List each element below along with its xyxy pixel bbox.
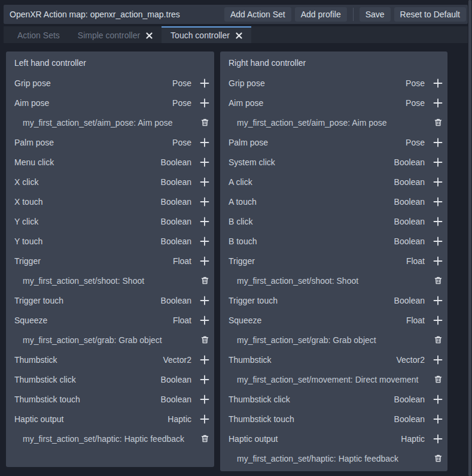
add-binding-button plus-icon[interactable] <box>432 412 444 426</box>
input-row: X clickBoolean <box>6 172 214 192</box>
close-icon[interactable] <box>146 32 153 39</box>
add-binding-button plus-icon[interactable] <box>432 234 444 248</box>
add-binding-button plus-icon[interactable] <box>199 372 211 387</box>
add-binding-button plus-icon[interactable] <box>432 432 444 446</box>
add-binding-button plus-icon[interactable] <box>199 175 211 189</box>
input-label: Squeeze <box>14 316 173 325</box>
input-label: Grip pose <box>229 78 406 88</box>
add-action-set-button[interactable]: Add Action Set <box>224 7 291 22</box>
delete-binding-button trash-icon[interactable] <box>432 451 444 466</box>
input-type: Pose <box>172 78 191 88</box>
add-profile-button[interactable]: Add profile <box>295 7 347 22</box>
add-binding-button plus-icon[interactable] <box>199 195 211 209</box>
add-binding-button plus-icon[interactable] <box>432 96 444 110</box>
input-label: Trigger <box>229 256 406 266</box>
input-row: TriggerFloat <box>220 251 447 271</box>
add-binding-button plus-icon[interactable] <box>432 214 444 229</box>
input-row: Trigger touchBoolean <box>220 290 447 310</box>
add-binding-button plus-icon[interactable] <box>432 76 444 90</box>
input-label: Trigger touch <box>229 296 394 305</box>
add-binding-button plus-icon[interactable] <box>199 234 211 248</box>
add-binding-button plus-icon[interactable] <box>199 392 211 407</box>
add-binding-button plus-icon[interactable] <box>199 135 211 150</box>
input-label: Thumbstick touch <box>229 414 394 424</box>
add-binding-button plus-icon[interactable] <box>199 254 211 268</box>
delete-binding-button trash-icon[interactable] <box>199 274 211 288</box>
reset-to-default-button[interactable]: Reset to Default <box>394 7 466 22</box>
tab-simple-controller[interactable]: Simple controller <box>69 26 162 43</box>
input-label: Y touch <box>14 237 161 246</box>
add-binding-button plus-icon[interactable] <box>432 313 444 328</box>
input-row: ThumbstickVector2 <box>220 350 447 369</box>
page-title: OpenXR Action map: openxr_action_map.tre… <box>10 10 180 19</box>
add-binding-button plus-icon[interactable] <box>199 96 211 110</box>
add-binding-button plus-icon[interactable] <box>432 195 444 209</box>
toolbar-separator <box>353 8 354 21</box>
input-row: B clickBoolean <box>220 211 447 231</box>
add-binding-button plus-icon[interactable] <box>432 155 444 169</box>
input-label: Y click <box>14 217 161 226</box>
add-binding-button plus-icon[interactable] <box>432 392 444 407</box>
input-type: Float <box>406 316 425 325</box>
tabbar: Action Sets Simple controller Touch cont… <box>4 26 468 43</box>
add-binding-button plus-icon[interactable] <box>432 135 444 150</box>
vertical-scrollbar[interactable] <box>468 0 471 476</box>
input-type: Haptic <box>168 414 191 424</box>
input-type: Boolean <box>161 197 191 207</box>
delete-binding-button trash-icon[interactable] <box>199 432 211 446</box>
input-type: Boolean <box>394 197 425 207</box>
add-binding-button plus-icon[interactable] <box>199 412 211 426</box>
add-binding-button plus-icon[interactable] <box>199 313 211 328</box>
input-row: Thumbstick touchBoolean <box>6 389 214 409</box>
binding-row: my_first_action_set/shoot: Shoot <box>6 271 214 290</box>
binding-row: my_first_action_set/aim_pose: Aim pose <box>220 113 447 132</box>
input-label: X click <box>14 177 161 187</box>
input-type: Vector2 <box>397 355 425 365</box>
input-row: Y touchBoolean <box>6 231 214 251</box>
input-label: Trigger touch <box>14 296 161 305</box>
input-label: Thumbstick touch <box>14 395 161 404</box>
binding-row: my_first_action_set/haptic: Haptic feedb… <box>220 448 447 468</box>
openxr-action-map-editor: OpenXR Action map: openxr_action_map.tre… <box>0 0 472 476</box>
add-binding-button plus-icon[interactable] <box>432 353 444 367</box>
delete-binding-button trash-icon[interactable] <box>432 372 444 387</box>
input-type: Boolean <box>394 395 425 404</box>
add-binding-button plus-icon[interactable] <box>199 353 211 367</box>
add-binding-button plus-icon[interactable] <box>432 175 444 189</box>
add-binding-button plus-icon[interactable] <box>199 214 211 229</box>
input-row: ThumbstickVector2 <box>6 350 214 369</box>
input-label: Aim pose <box>14 98 172 108</box>
delete-binding-button trash-icon[interactable] <box>199 333 211 347</box>
input-label: Grip pose <box>14 78 172 88</box>
add-binding-button plus-icon[interactable] <box>432 254 444 268</box>
input-label: A click <box>229 177 394 187</box>
input-label: Squeeze <box>229 316 406 325</box>
input-label: Palm pose <box>14 138 172 147</box>
delete-binding-button trash-icon[interactable] <box>199 116 211 130</box>
delete-binding-button trash-icon[interactable] <box>432 274 444 288</box>
binding-label: my_first_action_set/grab: Grab object <box>23 335 199 345</box>
panel-title: Left hand controller <box>6 53 214 73</box>
input-label: X touch <box>14 197 161 207</box>
input-type: Boolean <box>161 375 191 384</box>
save-button[interactable]: Save <box>360 7 391 22</box>
add-binding-button plus-icon[interactable] <box>432 293 444 308</box>
input-row: TriggerFloat <box>6 251 214 271</box>
input-type: Float <box>173 256 191 266</box>
add-binding-button plus-icon[interactable] <box>199 293 211 308</box>
add-binding-button plus-icon[interactable] <box>199 76 211 90</box>
tab-action-sets[interactable]: Action Sets <box>8 26 69 43</box>
binding-label: my_first_action_set/aim_pose: Aim pose <box>237 118 432 128</box>
close-icon[interactable] <box>236 32 242 39</box>
binding-label: my_first_action_set/grab: Grab object <box>237 335 432 345</box>
left-hand-controller-panel: Left hand controller Grip posePoseAim po… <box>6 51 214 467</box>
delete-binding-button trash-icon[interactable] <box>432 333 444 347</box>
input-type: Boolean <box>161 237 191 246</box>
input-type: Boolean <box>394 414 425 424</box>
input-label: Haptic output <box>229 434 401 444</box>
add-binding-button plus-icon[interactable] <box>199 155 211 169</box>
input-type: Float <box>406 256 425 266</box>
input-label: Trigger <box>14 256 173 266</box>
tab-touch-controller[interactable]: Touch controller <box>162 26 251 43</box>
delete-binding-button trash-icon[interactable] <box>432 116 444 130</box>
